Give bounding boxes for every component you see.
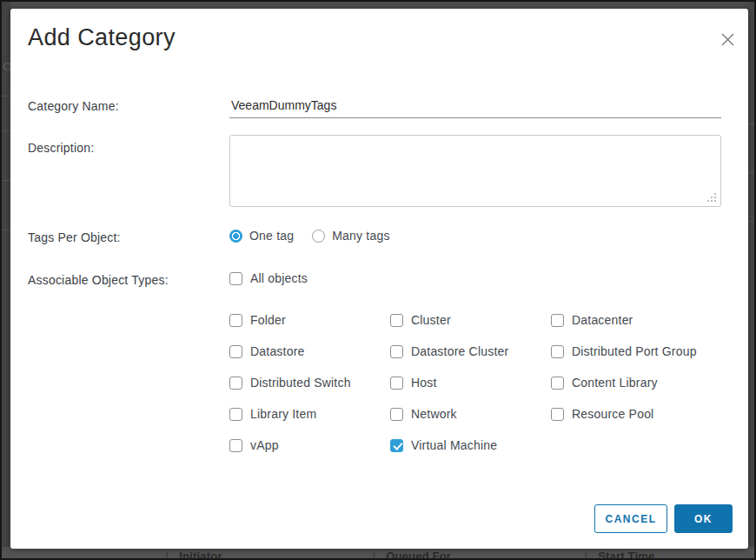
- checkbox-label: Folder: [250, 313, 286, 327]
- bg-table-column-queued-for: ⌄|Queued For: [356, 550, 451, 560]
- checkbox-item-datastore[interactable]: Datastore: [229, 336, 390, 367]
- checkbox-unchecked-icon[interactable]: [390, 377, 403, 390]
- checkbox-label: Library Item: [250, 407, 316, 421]
- checkbox-unchecked-icon[interactable]: [390, 345, 403, 358]
- checkbox-label: Cluster: [411, 313, 451, 327]
- column-separator: |: [373, 550, 376, 560]
- checkbox-item-virtual-machine[interactable]: Virtual Machine: [390, 430, 551, 461]
- checkbox-item-resource-pool[interactable]: Resource Pool: [551, 398, 720, 430]
- checkbox-unchecked-icon[interactable]: [229, 345, 242, 358]
- checkbox-item-distributed-switch[interactable]: Distributed Switch: [229, 367, 390, 398]
- sort-descending-icon: ↓: [660, 550, 666, 560]
- associable-object-types-label: Associable Object Types:: [28, 273, 169, 287]
- column-separator: |: [166, 550, 169, 560]
- checkbox-item-datacenter[interactable]: Datacenter: [551, 304, 720, 336]
- checkbox-unchecked-icon[interactable]: [229, 314, 242, 327]
- column-menu-caret-icon: ⌄: [149, 552, 157, 560]
- checkbox-label: Datacenter: [572, 313, 633, 327]
- checkbox-unchecked-icon[interactable]: [551, 377, 564, 390]
- nav-divider: [2, 230, 10, 230]
- add-category-dialog: Add Category Category Name: Description:…: [10, 9, 748, 549]
- checkbox-label: Distributed Port Group: [572, 344, 697, 358]
- checkbox-item-host[interactable]: Host: [390, 367, 551, 398]
- checkbox-unchecked-icon[interactable]: [390, 408, 403, 421]
- dialog-title: Add Category: [28, 24, 176, 51]
- checkbox-label: Resource Pool: [572, 407, 653, 421]
- checkbox-unchecked-icon[interactable]: [229, 272, 242, 285]
- nav-divider: [2, 130, 10, 131]
- checkbox-item-datastore-cluster[interactable]: Datastore Cluster: [390, 336, 551, 367]
- checkbox-item-content-library[interactable]: Content Library: [551, 367, 720, 398]
- tasks-table-header-clipped: ⌄|Initiator⌄|Queued For⌄|Start Time↓: [2, 547, 756, 560]
- nav-divider: [2, 180, 10, 181]
- bg-table-column-start-time: ⌄|Start Time↓: [568, 550, 666, 560]
- column-menu-caret-icon: ⌄: [356, 552, 364, 560]
- checkbox-unchecked-icon[interactable]: [551, 314, 564, 327]
- radio-option-one-tag[interactable]: One tag: [229, 229, 294, 243]
- checkbox-item-distributed-port-group[interactable]: Distributed Port Group: [551, 336, 720, 367]
- checkbox-item-network[interactable]: Network: [390, 398, 551, 430]
- backdrop-left-nav: [2, 2, 10, 560]
- checkbox-label: Datastore: [250, 344, 305, 358]
- tags-per-object-radio-group: One tagMany tags: [229, 229, 408, 243]
- column-label: Initiator: [179, 550, 222, 560]
- radio-option-many-tags[interactable]: Many tags: [312, 229, 389, 243]
- column-label: Start Time: [598, 550, 654, 560]
- radio-unselected-icon[interactable]: [312, 230, 325, 243]
- checkbox-unchecked-icon[interactable]: [229, 377, 242, 390]
- nav-divider: [2, 96, 10, 97]
- tags-per-object-label: Tags Per Object:: [28, 230, 121, 244]
- close-x-glyph: [720, 32, 735, 47]
- checkbox-label: Distributed Switch: [250, 376, 351, 390]
- radio-label: Many tags: [332, 229, 389, 243]
- column-separator: |: [585, 550, 588, 560]
- category-name-input[interactable]: [229, 96, 721, 118]
- ok-button[interactable]: OK: [674, 504, 733, 533]
- checkbox-label: Network: [411, 407, 457, 421]
- description-label: Description:: [28, 141, 94, 155]
- cancel-button[interactable]: CANCEL: [594, 504, 667, 533]
- vsphere-screen: ⌄|Initiator⌄|Queued For⌄|Start Time↓ Add…: [0, 0, 756, 560]
- checkbox-label: Virtual Machine: [411, 438, 497, 452]
- checkbox-item-cluster[interactable]: Cluster: [390, 304, 551, 336]
- checkbox-label: Content Library: [572, 376, 658, 390]
- checkbox-checked-icon[interactable]: [390, 439, 403, 452]
- checkbox-item-vapp[interactable]: vApp: [229, 430, 390, 461]
- checkbox-label: Host: [411, 376, 437, 390]
- checkbox-item-library-item[interactable]: Library Item: [229, 398, 390, 430]
- checkbox-unchecked-icon[interactable]: [229, 439, 242, 452]
- description-textarea[interactable]: [229, 135, 721, 207]
- radio-label: One tag: [249, 229, 294, 243]
- checkbox-unchecked-icon[interactable]: [551, 345, 564, 358]
- category-name-label: Category Name:: [28, 99, 119, 113]
- radio-selected-icon[interactable]: [229, 230, 242, 243]
- checkbox-unchecked-icon[interactable]: [390, 314, 403, 327]
- all-objects-checkbox-slot: All objects: [229, 271, 308, 285]
- object-type-checkbox-grid: FolderClusterDatacenterDatastoreDatastor…: [229, 304, 720, 461]
- close-icon[interactable]: [718, 30, 737, 49]
- checkbox-label: Datastore Cluster: [411, 344, 508, 358]
- checkbox-unchecked-icon[interactable]: [229, 408, 242, 421]
- column-label: Queued For: [386, 550, 451, 560]
- checkbox-item-all-objects[interactable]: All objects: [229, 271, 308, 285]
- column-menu-caret-icon: ⌄: [568, 552, 576, 560]
- checkbox-label: All objects: [250, 271, 308, 285]
- checkbox-item-folder[interactable]: Folder: [229, 304, 390, 336]
- checkbox-label: vApp: [250, 438, 279, 452]
- checkbox-unchecked-icon[interactable]: [551, 408, 564, 421]
- bg-table-column-initiator: ⌄|Initiator: [149, 550, 222, 560]
